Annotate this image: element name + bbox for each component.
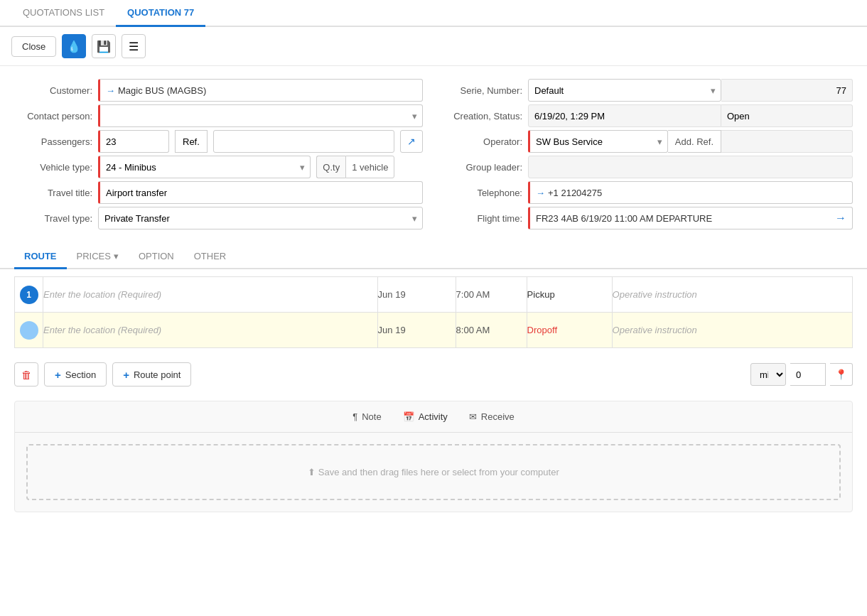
external-link-button[interactable]: ↗ — [400, 130, 423, 153]
creation-date-input: 6/19/20, 1:29 PM — [528, 104, 721, 127]
serie-number-row: Serie, Number: Default 77 — [444, 77, 853, 103]
flight-value: FR23 4AB 6/19/20 11:00 AM DEPARTURE — [536, 213, 712, 224]
toolbar: Close 💧 💾 ☰ — [0, 27, 867, 66]
activity-tab-label: Activity — [419, 411, 448, 422]
qty-value: 1 vehicle — [345, 156, 394, 178]
location-pin-button[interactable]: 📍 — [830, 363, 853, 386]
stop-number-cell-2 — [15, 313, 43, 348]
customer-arrow-icon: → — [106, 85, 115, 96]
tab-other[interactable]: OTHER — [184, 245, 237, 269]
tab-prices[interactable]: PRICES ▾ — [67, 245, 129, 269]
telephone-input[interactable]: → +1 21204275 — [528, 181, 853, 204]
group-leader-label: Group leader: — [444, 162, 522, 173]
location-cell-2[interactable]: Enter the location (Required) — [43, 313, 378, 348]
contact-select[interactable] — [98, 104, 423, 127]
upload-area[interactable]: ⬆ Save and then drag files here or selec… — [26, 444, 841, 500]
tab-quotations-list[interactable]: QUOTATIONS LIST — [11, 0, 116, 27]
save-icon: 💾 — [97, 40, 111, 53]
menu-button[interactable]: ☰ — [122, 34, 146, 58]
drop-icon: 💧 — [67, 40, 81, 53]
receive-tab-label: Receive — [481, 411, 515, 422]
telephone-value: +1 21204275 — [548, 188, 602, 198]
bottom-tab-note[interactable]: ¶ Note — [352, 411, 381, 422]
note-tab-label: Note — [362, 411, 381, 422]
operator-select[interactable]: SW Bus Service — [528, 130, 668, 153]
location-placeholder-1: Enter the location (Required) — [43, 289, 161, 300]
stop-badge-1: 1 — [20, 286, 38, 304]
operator-row: Operator: SW Bus Service Add. Ref. — [444, 129, 853, 154]
bottom-tabs: ¶ Note 📅 Activity ✉ Receive — [15, 401, 852, 433]
top-tabs-bar: QUOTATIONS LIST QUOTATION 77 — [0, 0, 867, 27]
number-input[interactable]: 77 — [721, 79, 853, 102]
operator-label: Operator: — [444, 136, 522, 147]
bottom-tab-activity[interactable]: 📅 Activity — [403, 411, 448, 422]
travel-type-label: Travel type: — [14, 213, 92, 224]
flight-time-display[interactable]: FR23 4AB 6/19/20 11:00 AM DEPARTURE → — [528, 207, 853, 229]
telephone-row: Telephone: → +1 21204275 — [444, 180, 853, 205]
route-area: 1 Enter the location (Required) Jun 19 7… — [0, 269, 867, 355]
passengers-input[interactable]: 23 — [98, 130, 169, 153]
flight-time-row: Flight time: FR23 4AB 6/19/20 11:00 AM D… — [444, 205, 853, 231]
ref-value-input[interactable] — [213, 130, 394, 153]
form-right: Serie, Number: Default 77 Creation, Stat… — [444, 77, 853, 231]
travel-title-input[interactable]: Airport transfer — [98, 181, 423, 204]
travel-title-label: Travel title: — [14, 188, 92, 198]
qty-label: Q.ty — [316, 156, 345, 178]
activity-calendar-icon: 📅 — [403, 411, 414, 422]
section-plus-icon: + — [55, 369, 61, 381]
unit-select[interactable]: mi km — [750, 363, 786, 386]
note-cell-2[interactable]: Operative instruction — [612, 313, 852, 348]
customer-value: Magic BUS (MAGBS) — [118, 85, 206, 96]
close-button[interactable]: Close — [11, 36, 56, 57]
inner-tabs-bar: ROUTE PRICES ▾ OPTION OTHER — [0, 245, 867, 269]
flight-arrow-icon: → — [835, 212, 846, 225]
add-route-point-button[interactable]: + Route point — [112, 362, 191, 387]
tab-route[interactable]: ROUTE — [14, 245, 67, 269]
flight-label: Flight time: — [444, 213, 522, 224]
travel-type-select[interactable]: Private Transfer — [98, 207, 423, 229]
route-point-plus-icon: + — [123, 369, 129, 381]
add-ref-input[interactable] — [721, 130, 853, 153]
tab-prices-label: PRICES — [77, 251, 111, 261]
bottom-area: ¶ Note 📅 Activity ✉ Receive ⬆ Save and t… — [14, 401, 853, 512]
serie-select[interactable]: Default — [528, 79, 721, 102]
note-paragraph-icon: ¶ — [352, 411, 357, 422]
bottom-tab-receive[interactable]: ✉ Receive — [469, 411, 515, 422]
trash-icon: 🗑 — [21, 369, 32, 381]
form-left: Customer: → Magic BUS (MAGBS) Contact pe… — [14, 77, 423, 231]
drop-button[interactable]: 💧 — [62, 34, 86, 58]
group-leader-input[interactable] — [528, 156, 853, 178]
date-cell-1: Jun 19 — [377, 277, 456, 313]
external-link-icon: ↗ — [407, 136, 416, 147]
passengers-row: Passengers: 23 Ref. ↗ — [14, 129, 423, 154]
customer-input[interactable]: → Magic BUS (MAGBS) — [98, 79, 423, 102]
tab-option[interactable]: OPTION — [129, 245, 184, 269]
upload-icon: ⬆ — [308, 467, 318, 477]
add-ref-button[interactable]: Add. Ref. — [668, 130, 721, 153]
creation-label: Creation, Status: — [444, 111, 522, 121]
creation-status-row: Creation, Status: 6/19/20, 1:29 PM Open — [444, 103, 853, 129]
distance-input[interactable]: 0 — [790, 363, 826, 386]
route-actions-right: mi km 0 📍 — [750, 363, 853, 386]
serie-label: Serie, Number: — [444, 85, 522, 96]
type-cell-2: Dropoff — [527, 313, 612, 348]
delete-button[interactable]: 🗑 — [14, 362, 38, 387]
date-cell-2: Jun 19 — [377, 313, 456, 348]
location-cell-1[interactable]: Enter the location (Required) — [43, 277, 378, 313]
route-table: 1 Enter the location (Required) Jun 19 7… — [14, 276, 853, 348]
note-cell-1[interactable]: Operative instruction — [612, 277, 852, 313]
contact-row: Contact person: — [14, 103, 423, 129]
date-value-2: Jun 19 — [378, 325, 406, 335]
receive-envelope-icon: ✉ — [469, 411, 477, 422]
ref-button[interactable]: Ref. — [175, 130, 208, 153]
vehicle-type-label: Vehicle type: — [14, 162, 92, 173]
add-section-button[interactable]: + Section — [44, 362, 107, 387]
tab-quotation-77[interactable]: QUOTATION 77 — [116, 0, 205, 27]
tab-route-label: ROUTE — [24, 251, 57, 261]
vehicle-type-select[interactable]: 24 - Minibus — [98, 156, 311, 178]
location-placeholder-2: Enter the location (Required) — [43, 325, 161, 335]
table-row: 1 Enter the location (Required) Jun 19 7… — [15, 277, 853, 313]
note-placeholder-2: Operative instruction — [613, 325, 697, 335]
telephone-label: Telephone: — [444, 188, 522, 198]
save-button[interactable]: 💾 — [92, 34, 116, 58]
